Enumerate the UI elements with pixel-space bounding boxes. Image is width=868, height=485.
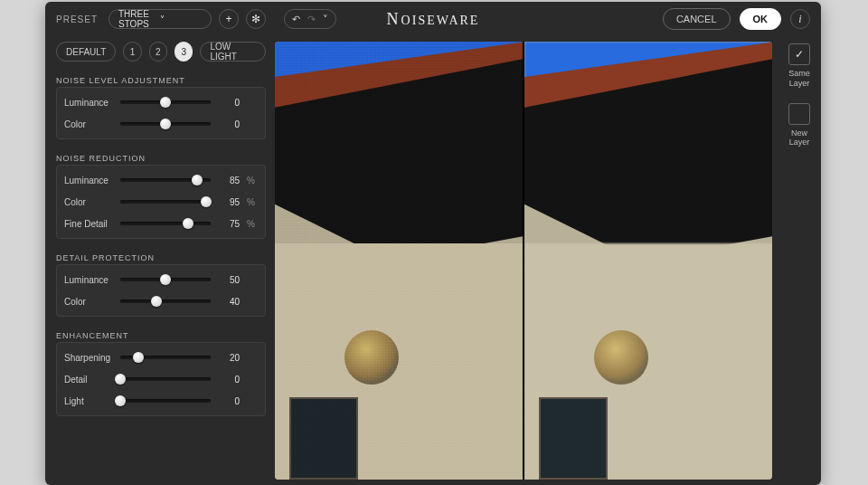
gear-icon: ✻ [251, 14, 260, 24]
slider-group: Luminance 50 Color 40 [56, 264, 266, 317]
slider-label: Color [64, 197, 113, 207]
tab-default[interactable]: DEFAULT [56, 42, 116, 62]
layer-option-new[interactable]: NewLayer [788, 103, 810, 148]
cancel-button-label: CANCEL [676, 14, 717, 24]
layer-label: SameLayer [788, 69, 810, 89]
preset-value: THREE STOPS [118, 9, 160, 29]
history-group: ↶ ↷ ˅ [284, 9, 336, 29]
slider-row: Luminance 50 [64, 271, 258, 289]
section-enhancement: ENHANCEMENT Sharpening 20 Detail 0 [56, 328, 266, 416]
preview-after [524, 42, 772, 480]
section-detail-protection: DETAIL PROTECTION Luminance 50 Color 40 [56, 250, 266, 317]
slider-row: Sharpening 20 [64, 348, 258, 366]
add-preset-button[interactable]: + [219, 9, 239, 29]
slider-label: Color [64, 119, 113, 129]
tab-1[interactable]: 1 [123, 42, 141, 62]
slider-row: Luminance 85 % [64, 171, 258, 189]
slider-knob[interactable] [183, 218, 193, 229]
slider-knob[interactable] [201, 196, 212, 207]
section-title: NOISE LEVEL ADJUSTMENT [56, 76, 266, 85]
left-panel: DEFAULT 1 2 3 LOW LIGHT NOISE LEVEL ADJU… [45, 36, 275, 485]
slider-unit: % [247, 219, 258, 229]
slider-track[interactable] [120, 356, 211, 359]
checkbox-icon [788, 103, 810, 125]
slider-value: 0 [218, 396, 240, 406]
section-title: DETAIL PROTECTION [56, 253, 266, 262]
info-button[interactable]: i [790, 9, 810, 29]
slider-row: Color 95 % [64, 193, 258, 211]
slider-label: Luminance [64, 176, 113, 185]
slider-value: 0 [218, 98, 240, 108]
cancel-button[interactable]: CANCEL [663, 8, 731, 30]
slider-row: Light 0 [64, 392, 258, 410]
preset-settings-button[interactable]: ✻ [246, 9, 266, 29]
section-title: ENHANCEMENT [56, 331, 266, 340]
main: DEFAULT 1 2 3 LOW LIGHT NOISE LEVEL ADJU… [45, 36, 821, 485]
slider-knob[interactable] [160, 274, 171, 285]
slider-value: 50 [218, 275, 240, 285]
slider-unit: % [247, 176, 258, 185]
slider-group: Luminance 85 % Color 95 % Fine Detail [56, 165, 266, 239]
preset-tabrow: DEFAULT 1 2 3 LOW LIGHT [56, 42, 266, 62]
slider-knob[interactable] [115, 395, 126, 406]
app-window: PRESET THREE STOPS ˅ + ✻ ↶ ↷ ˅ NOISEWARE… [45, 2, 821, 485]
slider-group: Luminance 0 Color 0 [56, 87, 266, 139]
slider-value: 95 [218, 197, 240, 207]
ok-button-label: OK [753, 14, 769, 24]
slider-label: Sharpening [64, 353, 113, 363]
checkbox-icon: ✓ [788, 43, 810, 65]
slider-label: Luminance [64, 275, 113, 285]
slider-knob[interactable] [192, 175, 203, 185]
tab-2[interactable]: 2 [149, 42, 167, 62]
slider-label: Fine Detail [64, 219, 113, 229]
slider-knob[interactable] [160, 97, 171, 108]
tab-3[interactable]: 3 [175, 42, 193, 62]
ok-button[interactable]: OK [740, 8, 782, 30]
slider-unit: % [247, 197, 258, 207]
slider-value: 85 [218, 176, 240, 185]
slider-group: Sharpening 20 Detail 0 Light 0 [56, 342, 266, 416]
slider-track[interactable] [120, 222, 211, 225]
slider-track[interactable] [120, 122, 211, 126]
slider-track[interactable] [120, 300, 211, 303]
undo-icon[interactable]: ↶ [292, 14, 300, 25]
slider-track[interactable] [120, 377, 211, 381]
right-sidebar: ✓ SameLayer NewLayer [778, 36, 821, 485]
layer-option-same[interactable]: ✓ SameLayer [788, 43, 810, 89]
slider-knob[interactable] [115, 374, 126, 385]
app-title: NOISEWARE [387, 10, 480, 29]
section-noise-level: NOISE LEVEL ADJUSTMENT Luminance 0 Color… [56, 72, 266, 139]
slider-knob[interactable] [133, 352, 144, 363]
slider-label: Light [64, 396, 113, 406]
slider-value: 0 [218, 119, 240, 129]
slider-value: 75 [218, 219, 240, 229]
slider-label: Detail [64, 375, 113, 385]
slider-value: 20 [218, 353, 240, 363]
redo-icon[interactable]: ↷ [307, 14, 316, 25]
tab-lowlight[interactable]: LOW LIGHT [200, 42, 266, 62]
slider-knob[interactable] [151, 296, 162, 307]
info-icon: i [798, 14, 801, 24]
chevron-down-icon: ˅ [160, 14, 202, 24]
slider-row: Fine Detail 75 % [64, 214, 258, 233]
slider-track[interactable] [120, 399, 211, 403]
preview-before [275, 42, 523, 480]
slider-track[interactable] [120, 278, 211, 281]
slider-track[interactable] [120, 178, 211, 182]
slider-knob[interactable] [160, 119, 171, 129]
layer-label: NewLayer [789, 128, 810, 148]
slider-row: Color 40 [64, 292, 258, 310]
plus-icon: + [226, 14, 232, 24]
topbar: PRESET THREE STOPS ˅ + ✻ ↶ ↷ ˅ NOISEWARE… [45, 2, 821, 36]
preset-label: PRESET [56, 14, 98, 24]
slider-value: 40 [218, 297, 240, 307]
slider-row: Detail 0 [64, 370, 258, 388]
chevron-down-icon[interactable]: ˅ [323, 14, 328, 25]
preset-select[interactable]: THREE STOPS ˅ [108, 9, 212, 29]
slider-label: Luminance [64, 98, 113, 108]
slider-row: Color 0 [64, 115, 258, 133]
section-title: NOISE REDUCTION [56, 154, 266, 163]
slider-track[interactable] [120, 200, 211, 204]
preview-area[interactable] [275, 42, 772, 480]
slider-track[interactable] [120, 100, 211, 104]
